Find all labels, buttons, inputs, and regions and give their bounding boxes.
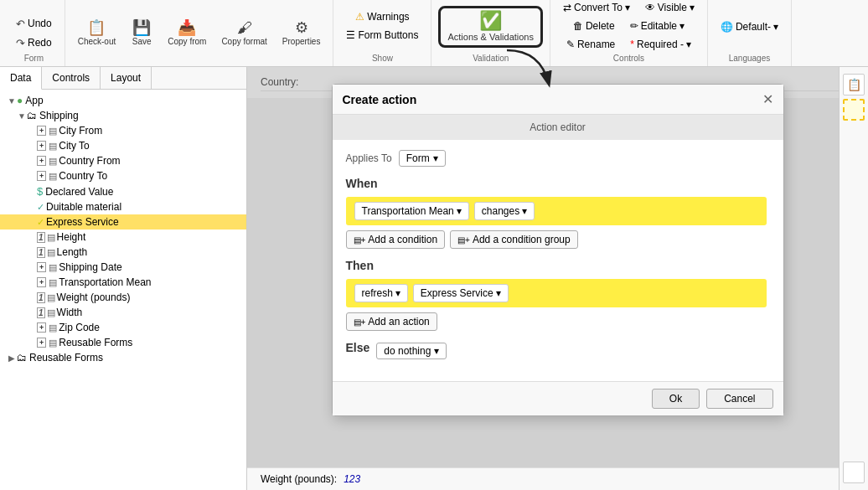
dialog-title: Create action xyxy=(343,93,417,106)
right-controls-panel: 📋 xyxy=(839,67,868,490)
languages-group-label: Languages xyxy=(729,54,771,63)
create-action-dialog: Create action ✕ Action editor Applies To… xyxy=(332,84,784,416)
checkout-button[interactable]: 📋 Check-out xyxy=(72,16,122,50)
dialog-close-button[interactable]: ✕ xyxy=(762,91,773,107)
add-condition-group-label: Add a condition group xyxy=(473,234,571,245)
tree-item-declared-value[interactable]: $ Declared Value xyxy=(0,183,246,199)
tree-item-city-from[interactable]: + ▤ City From xyxy=(0,123,246,138)
actions-validations-button[interactable]: ✅ Actions & Validations xyxy=(438,6,543,48)
expand-app[interactable]: ▼ xyxy=(7,96,17,106)
height-field-icon: ▤ xyxy=(47,232,55,243)
else-section: Else do nothing ▾ xyxy=(346,341,767,361)
city-to-field-icon: ▤ xyxy=(49,141,57,152)
tree-item-reusable-forms-root[interactable]: ▶ 🗂 Reusable Forms xyxy=(0,350,246,365)
reusable-forms-child-icon: + xyxy=(37,338,46,348)
copy-format-label: Copy format xyxy=(221,37,266,46)
add-action-icon: ▤+ xyxy=(354,317,366,327)
tree-item-app[interactable]: ▼ ● App xyxy=(0,93,246,108)
country-from-icon: + xyxy=(37,156,46,166)
validation-group-label: Validation xyxy=(473,54,509,63)
tree-item-shipping-date[interactable]: + ▤ Shipping Date xyxy=(0,260,246,275)
undo-label: Undo xyxy=(28,18,52,29)
right-ctrl-2[interactable] xyxy=(843,462,865,483)
cancel-button[interactable]: Cancel xyxy=(706,389,772,409)
width-icon: 1 xyxy=(37,307,45,318)
checkout-icon: 📋 xyxy=(87,20,106,35)
condition-field-dropdown[interactable]: Transportation Mean ▾ xyxy=(354,202,469,220)
delete-button[interactable]: 🗑 Delete xyxy=(567,18,621,34)
applies-to-label: Applies To xyxy=(346,152,392,164)
right-ctrl-1[interactable]: 📋 xyxy=(843,74,865,95)
ok-button[interactable]: Ok xyxy=(652,389,700,409)
else-value-dropdown[interactable]: do nothing ▾ xyxy=(376,343,447,359)
copy-from-button[interactable]: 📥 Copy from xyxy=(162,16,212,50)
expand-shipping[interactable]: ▼ xyxy=(17,111,27,121)
condition-op-dropdown[interactable]: changes ▾ xyxy=(474,202,535,220)
condition-field-label: Transportation Mean xyxy=(362,205,454,217)
warnings-button[interactable]: ⚠ Warnings xyxy=(349,8,415,25)
expand-reusable-root[interactable]: ▶ xyxy=(7,353,17,363)
tree-item-shipping[interactable]: ▼ 🗂 Shipping xyxy=(0,108,246,123)
save-button[interactable]: 💾 Save xyxy=(125,16,158,50)
rename-button[interactable]: ✎ Rename xyxy=(561,36,621,53)
dialog-scroll-area: Applies To Form ▾ When Transportat xyxy=(333,140,783,381)
tab-controls[interactable]: Controls xyxy=(42,67,101,89)
country-from-field-icon: ▤ xyxy=(49,156,57,167)
tree-item-length[interactable]: 1 ▤ Length xyxy=(0,245,246,260)
tab-layout[interactable]: Layout xyxy=(101,67,152,89)
visible-icon: 👁 xyxy=(645,2,655,13)
applies-to-dropdown[interactable]: Form ▾ xyxy=(399,150,446,167)
action-field-chevron: ▾ xyxy=(496,287,501,299)
add-condition-button[interactable]: ▤+ Add a condition xyxy=(346,230,446,249)
action-field-label: Express Service xyxy=(421,287,493,299)
visible-label: Visible xyxy=(658,2,687,13)
bottom-form-row: Weight (pounds): 123 xyxy=(247,467,839,490)
add-action-button[interactable]: ▤+ Add an action xyxy=(346,312,437,331)
action-op-dropdown[interactable]: refresh ▾ xyxy=(354,284,408,302)
tree-item-reusable-forms-child[interactable]: + ▤ Reusable Forms xyxy=(0,335,246,350)
city-to-label: City To xyxy=(59,140,89,152)
action-field-dropdown[interactable]: Express Service ▾ xyxy=(413,284,509,302)
required-button[interactable]: * Required - ▾ xyxy=(624,36,697,53)
undo-button[interactable]: ↶ Undo xyxy=(10,15,58,33)
action-editor-header[interactable]: Action editor xyxy=(333,115,783,140)
editable-label: Editable xyxy=(641,20,677,32)
condition-row: Transportation Mean ▾ changes ▾ xyxy=(346,197,767,225)
languages-group: 🌐 Default- ▾ Languages xyxy=(708,0,792,66)
tree-item-country-to[interactable]: + ▤ Country To xyxy=(0,168,246,183)
tree-item-zip-code[interactable]: + ▤ Zip Code xyxy=(0,320,246,335)
action-row: refresh ▾ Express Service ▾ xyxy=(346,279,767,307)
rename-icon: ✎ xyxy=(566,39,575,50)
tree-item-express-service[interactable]: ✓ Express Service xyxy=(0,214,246,230)
copy-from-icon: 📥 xyxy=(178,20,196,35)
right-ctrl-dashed[interactable] xyxy=(843,99,865,121)
redo-button[interactable]: ↷ Redo xyxy=(10,34,58,52)
express-service-label: Express Service xyxy=(46,216,119,228)
express-service-icon: ✓ xyxy=(37,217,44,228)
reusable-forms-child-label: Reusable Forms xyxy=(59,337,132,348)
editable-button[interactable]: ✏ Editable ▾ xyxy=(624,18,690,34)
city-from-field-icon: ▤ xyxy=(49,126,57,137)
app-label: App xyxy=(25,95,43,106)
city-from-label: City From xyxy=(59,125,102,137)
convert-to-button[interactable]: ⇄ Convert To ▾ xyxy=(557,0,636,16)
tree-item-weight-pounds[interactable]: 1 ▤ Weight (pounds) xyxy=(0,290,246,305)
applies-to-value: Form xyxy=(406,152,430,164)
add-condition-group-button[interactable]: ▤+ Add a condition group xyxy=(450,230,578,249)
tree-item-width[interactable]: 1 ▤ Width xyxy=(0,305,246,320)
form-buttons-button[interactable]: ☰ Form Buttons xyxy=(340,27,424,44)
undo-icon: ↶ xyxy=(16,18,25,30)
rename-label: Rename xyxy=(577,39,615,50)
controls-group: ⇄ Convert To ▾ 👁 Visible ▾ 🗑 Delete ✏ Ed… xyxy=(550,0,708,66)
copy-format-button[interactable]: 🖌 Copy format xyxy=(215,16,272,50)
tree-item-duitable[interactable]: ✓ Duitable material xyxy=(0,199,246,214)
default-button[interactable]: 🌐 Default- ▾ xyxy=(715,18,784,35)
properties-button[interactable]: ⚙ Properties xyxy=(276,16,327,50)
tree-item-height[interactable]: 1 ▤ Height xyxy=(0,230,246,245)
tab-data[interactable]: Data xyxy=(0,67,42,90)
form-tools-group: 📋 Check-out 💾 Save 📥 Copy from 🖌 Copy fo… xyxy=(65,0,334,66)
tree-item-city-to[interactable]: + ▤ City To xyxy=(0,138,246,153)
visible-button[interactable]: 👁 Visible ▾ xyxy=(639,0,700,16)
tree-item-country-from[interactable]: + ▤ Country From xyxy=(0,153,246,168)
tree-item-transportation-mean[interactable]: + ▤ Transportation Mean xyxy=(0,275,246,290)
